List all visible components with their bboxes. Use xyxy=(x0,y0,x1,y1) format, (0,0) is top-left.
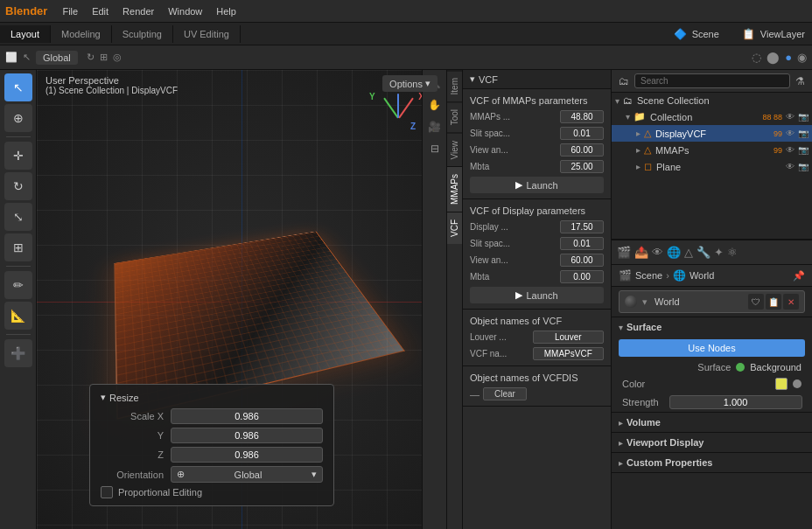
side-tab-mmaps[interactable]: MMAPs xyxy=(447,166,462,212)
scale-z-input[interactable] xyxy=(171,447,323,463)
tool-select[interactable]: ↖ xyxy=(4,73,32,101)
tool-annotate[interactable]: ✏ xyxy=(4,271,32,299)
slit1-val[interactable]: 0.01 xyxy=(560,127,604,140)
custom-properties-header[interactable]: ▸ Custom Properties xyxy=(612,453,812,472)
displayvcf-eye[interactable]: 👁 xyxy=(786,129,794,138)
outliner-mmaps[interactable]: ▸ △ MMAPs 99 👁 📷 xyxy=(612,142,812,158)
viewport-shading-4[interactable]: ◉ xyxy=(797,51,807,64)
orientation-select[interactable]: ⊕ Global ▾ xyxy=(171,466,323,483)
outliner-scene-collection[interactable]: ▾ 🗂 Scene Collection xyxy=(612,93,812,108)
world-close-btn[interactable]: ✕ xyxy=(783,294,799,310)
plane-eye[interactable]: 👁 xyxy=(786,162,794,171)
tab-sculpting[interactable]: Sculpting xyxy=(112,25,173,43)
mbta1-val[interactable]: 25.00 xyxy=(560,160,604,173)
tool-add[interactable]: ➕ xyxy=(4,339,32,367)
plane-name: Plane xyxy=(656,162,782,172)
prop-icon-object[interactable]: △ xyxy=(684,246,693,259)
tool-rotate[interactable]: ↻ xyxy=(4,172,32,200)
slit2-val[interactable]: 0.01 xyxy=(560,237,604,250)
collection-eye[interactable]: 👁 xyxy=(786,112,794,122)
options-button[interactable]: Options ▾ xyxy=(382,75,438,92)
tool-move[interactable]: ✛ xyxy=(4,142,32,170)
view1-val[interactable]: 60.00 xyxy=(560,143,604,157)
prop-icon-view[interactable]: 👁 xyxy=(652,246,663,259)
prop-icon-particles[interactable]: ✦ xyxy=(714,246,724,259)
mmaps-icon: △ xyxy=(644,144,651,156)
vp-tool-fit[interactable]: ⊟ xyxy=(425,139,444,158)
tool-transform[interactable]: ⊞ xyxy=(4,233,32,261)
view2-val[interactable]: 60.00 xyxy=(560,254,604,267)
collection-cam[interactable]: 📷 xyxy=(798,112,808,122)
snap-icon: ⊞ xyxy=(100,52,108,63)
mmaps-key: MMAPs ... xyxy=(470,112,560,122)
mmaps-cam[interactable]: 📷 xyxy=(798,145,808,155)
mmaps-badge: 99 xyxy=(774,146,782,155)
prop-editing-checkbox[interactable] xyxy=(101,486,113,498)
vp-tool-pan[interactable]: ✋ xyxy=(425,95,444,115)
mbta2-val[interactable]: 0.00 xyxy=(560,270,604,283)
prop-icon-output[interactable]: 📤 xyxy=(634,246,648,259)
vcf-clear-button[interactable]: Clear xyxy=(483,387,527,400)
displayvcf-cam[interactable]: 📷 xyxy=(798,129,808,138)
color-dot[interactable] xyxy=(775,378,788,390)
prop-pin-icon[interactable]: 📌 xyxy=(793,270,805,282)
vcf-launch-1-btn[interactable]: ▶ Launch xyxy=(470,177,604,193)
world-shield-btn[interactable]: 🛡 xyxy=(748,294,764,310)
surface-dot xyxy=(736,363,745,372)
mmaps-val[interactable]: 48.80 xyxy=(560,110,604,123)
surface-section-header[interactable]: ▾ Surface xyxy=(612,317,812,337)
viewport-display-header[interactable]: ▸ Viewport Display xyxy=(612,433,812,452)
global-mode[interactable]: Global xyxy=(36,51,78,65)
strength-input[interactable] xyxy=(669,395,802,409)
side-tab-vcf[interactable]: VCF xyxy=(447,212,462,244)
tool-scale[interactable]: ⤡ xyxy=(4,203,32,231)
orientation-row: Orientation ⊕ Global ▾ xyxy=(101,466,323,483)
use-nodes-button[interactable]: Use Nodes xyxy=(619,339,805,357)
prop-icon-physics[interactable]: ⚛ xyxy=(727,246,738,259)
tree-arrow-plane: ▸ xyxy=(636,162,640,171)
prop-icon-render[interactable]: 🎬 xyxy=(617,246,631,259)
outliner-plane[interactable]: ▸ ◻ Plane 👁 📷 xyxy=(612,158,812,175)
resize-panel: ▾ Resize Scale X Y Z Orientation ⊕ Globa… xyxy=(89,384,334,506)
side-tab-tool[interactable]: Tool xyxy=(447,101,462,132)
outliner-search[interactable] xyxy=(634,73,790,88)
side-tab-item[interactable]: Item xyxy=(447,70,462,101)
prop-icon-world[interactable]: 🌐 xyxy=(667,246,681,259)
tab-uv-editing[interactable]: UV Editing xyxy=(173,25,241,43)
world-sphere-icon xyxy=(625,296,637,308)
scale-x-input[interactable] xyxy=(171,408,323,424)
vcfna-val[interactable]: MMAPsVCF xyxy=(533,347,605,360)
tool-cursor[interactable]: ⊕ xyxy=(4,104,32,132)
menu-file[interactable]: File xyxy=(56,4,84,18)
vcf-mbta2-row: Mbta 0.00 xyxy=(463,268,611,285)
viewport-shading-2[interactable]: ⬤ xyxy=(766,51,780,64)
viewport-shading-1[interactable]: ◌ xyxy=(752,51,761,64)
viewport[interactable]: User Perspective (1) Scene Collection | … xyxy=(37,70,446,529)
prop-icon-modifier[interactable]: 🔧 xyxy=(696,246,710,259)
outliner-collection[interactable]: ▾ 📁 Collection 88 88 👁 📷 xyxy=(612,108,812,125)
menu-edit[interactable]: Edit xyxy=(86,4,115,18)
volume-section-header[interactable]: ▸ Volume xyxy=(612,413,812,432)
vcf-launch-2-btn[interactable]: ▶ Launch xyxy=(470,287,604,303)
outliner-displayvcf[interactable]: ▸ △ DisplayVCF 99 👁 📷 xyxy=(612,125,812,142)
surface-value[interactable]: Background xyxy=(750,362,802,372)
world-copy-btn[interactable]: 📋 xyxy=(766,294,781,310)
side-tab-view[interactable]: View xyxy=(447,133,462,167)
tab-layout[interactable]: Layout xyxy=(0,25,51,43)
menu-window[interactable]: Window xyxy=(162,4,208,18)
tool-measure[interactable]: 📐 xyxy=(4,302,32,330)
menu-help[interactable]: Help xyxy=(210,4,242,18)
vcf-vcfna-row: VCF na... MMAPsVCF xyxy=(463,345,611,362)
mmaps-eye[interactable]: 👁 xyxy=(786,145,794,155)
plane-cam[interactable]: 📷 xyxy=(798,162,808,171)
scale-y-input[interactable] xyxy=(171,428,323,443)
louver-val[interactable]: Louver xyxy=(533,331,605,344)
tree-arrow-mmaps: ▸ xyxy=(636,145,640,155)
display-val[interactable]: 17.50 xyxy=(560,220,604,233)
viewport-shading-3[interactable]: ● xyxy=(785,51,792,64)
outliner-filter-icon[interactable]: ⚗ xyxy=(795,75,805,87)
tab-modeling[interactable]: Modeling xyxy=(51,25,112,43)
vp-tool-orbit[interactable]: 🎥 xyxy=(425,117,444,136)
display-key: Display ... xyxy=(470,222,560,232)
menu-render[interactable]: Render xyxy=(116,4,160,18)
